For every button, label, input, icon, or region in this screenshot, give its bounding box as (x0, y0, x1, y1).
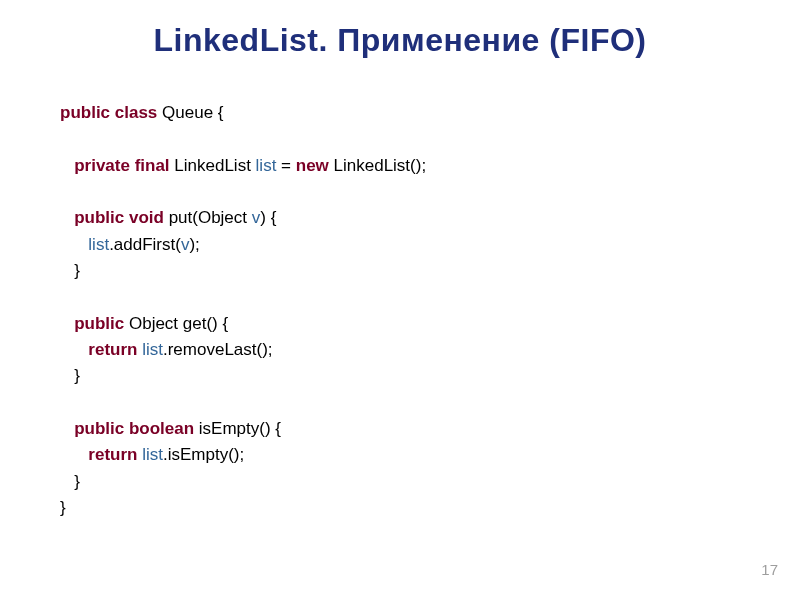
code-keyword: return (88, 340, 142, 359)
code-keyword: new (296, 156, 334, 175)
code-text: = (276, 156, 295, 175)
code-text: ); (189, 235, 199, 254)
code-keyword: public class (60, 103, 162, 122)
code-text: } (74, 472, 80, 491)
code-keyword: return (88, 445, 142, 464)
code-text: } (74, 261, 80, 280)
code-keyword: public (74, 314, 129, 333)
code-text: put(Object (169, 208, 252, 227)
code-text: Queue { (162, 103, 223, 122)
code-ident: list (256, 156, 277, 175)
code-text: .isEmpty(); (163, 445, 244, 464)
code-text: LinkedList(); (334, 156, 427, 175)
code-keyword: private final (74, 156, 174, 175)
code-text: } (60, 498, 66, 517)
code-text: ) { (260, 208, 276, 227)
code-text: isEmpty() { (199, 419, 281, 438)
slide: LinkedList. Применение (FIFO) public cla… (0, 0, 800, 600)
code-ident: list (142, 340, 163, 359)
code-keyword: public boolean (74, 419, 199, 438)
code-text: .removeLast(); (163, 340, 273, 359)
code-text: LinkedList (174, 156, 255, 175)
page-number: 17 (761, 561, 778, 578)
slide-title: LinkedList. Применение (FIFO) (0, 22, 800, 59)
code-text: } (74, 366, 80, 385)
code-ident: list (88, 235, 109, 254)
code-text: Object get() { (129, 314, 228, 333)
code-keyword: public void (74, 208, 168, 227)
code-ident: v (252, 208, 261, 227)
code-ident: list (142, 445, 163, 464)
code-text: .addFirst( (109, 235, 181, 254)
code-block: public class Queue { private final Linke… (60, 100, 426, 522)
